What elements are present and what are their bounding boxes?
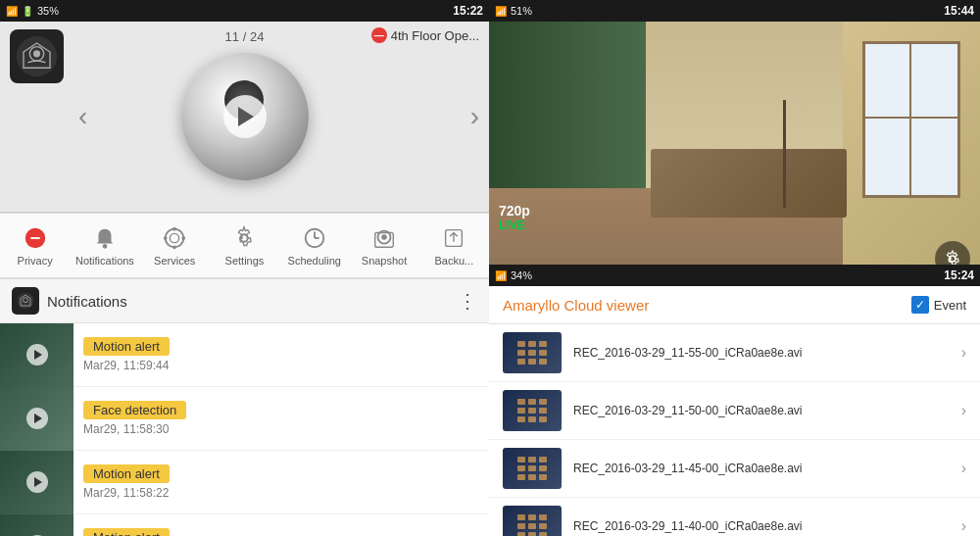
notification-item-1[interactable]: Face detection Mar29, 11:58:30 [0,387,489,451]
tab-scheduling-label: Scheduling [288,255,341,267]
cloud-viewer-panel: Amaryllo Cloud viewer ✓ Event REC_2016-0… [489,286,980,536]
recordings-list: REC_2016-03-29_11-55-00_iCRa0ae8e.avi › … [489,324,980,536]
tab-privacy-label: Privacy [18,255,53,267]
notifications-header: Notifications ⋮ [0,279,489,323]
tab-notifications[interactable]: Notifications [70,214,139,277]
scheduling-icon [301,224,328,252]
recording-name-1: REC_2016-03-29_11-50-00_iCRa0ae8e.avi [573,404,961,417]
notif-thumb-0 [0,323,74,387]
camera-title: — 4th Floor Ope... [371,27,479,43]
tab-snapshot[interactable]: Snapshot [349,214,418,277]
tab-snapshot-label: Snapshot [362,255,407,267]
event-filter-checkbox[interactable]: ✓ Event [911,296,966,314]
room-sofa [651,149,847,218]
live-status-text: LIVE [499,219,530,232]
live-signal-icon: 📶 [495,270,507,281]
svg-point-8 [172,227,176,231]
left-signal-icon: 📶 [6,6,18,17]
recording-name-3: REC_2016-03-29_11-40-00_iCRa0ae8e.avi [573,519,961,533]
svg-point-10 [164,236,168,240]
svg-point-2 [33,50,40,57]
camera-play-button[interactable] [223,95,267,138]
room-window [862,41,960,198]
camera-preview-section: 11 / 24 — 4th Floor Ope... ‹ › [0,22,489,213]
left-battery-icon: 🔋 [22,6,33,17]
backup-icon [440,224,467,252]
checkbox-icon: ✓ [911,296,929,314]
recording-name-2: REC_2016-03-29_11-45-00_iCRa0ae8e.avi [573,462,961,475]
notif-time-0: Mar29, 11:59:44 [83,359,479,372]
notif-content-1: Face detection Mar29, 11:58:30 [74,395,489,442]
next-camera-button[interactable]: › [470,101,479,132]
left-status-bar: 📶 🔋 35% 15:22 [0,0,489,22]
live-camera-view: 720p LIVE 📶 34% 15:24 [489,22,980,286]
notif-content-2: Motion alert Mar29, 11:58:22 [74,459,489,506]
camera-device-image [181,53,309,180]
notif-thumb-1 [0,387,74,451]
notif-time-1: Mar29, 11:58:30 [83,422,479,436]
thumb-play-icon-1 [26,408,48,429]
tab-services-label: Services [154,255,195,267]
tab-bar: Privacy Notifications [0,213,489,279]
svg-point-17 [381,234,387,240]
notif-tag-3: Motion alert [83,528,170,536]
recording-item-3[interactable]: REC_2016-03-29_11-40-00_iCRa0ae8e.avi › [489,498,980,536]
notifications-more-button[interactable]: ⋮ [458,289,477,313]
svg-point-6 [166,229,184,248]
tab-privacy[interactable]: Privacy [0,214,70,277]
notif-tag-0: Motion alert [83,337,170,356]
notif-content-3: Motion alert Mar29, 11:57:00 [74,522,489,536]
recording-item-2[interactable]: REC_2016-03-29_11-45-00_iCRa0ae8e.avi › [489,440,980,498]
resolution-text: 720p [499,203,530,219]
recording-thumb-1 [503,390,562,431]
cloud-viewer-title: Amaryllo Cloud viewer [503,297,911,314]
event-label: Event [934,298,966,313]
settings-tab-icon [230,224,258,252]
notification-item-2[interactable]: Motion alert Mar29, 11:58:22 [0,451,489,514]
camera-status-icon: — [371,27,387,43]
right-top-signal-icon: 📶 [495,6,507,17]
tab-settings-label: Settings [225,255,265,267]
svg-point-5 [103,244,108,249]
notif-content-0: Motion alert Mar29, 11:59:44 [74,331,489,378]
snapshot-icon [370,224,398,252]
notification-item-3[interactable]: Motion alert Mar29, 11:57:00 [0,514,489,536]
left-status-time: 15:22 [453,4,483,18]
live-battery: 34% [511,269,532,281]
notifications-logo [12,287,39,315]
recording-thumb-2 [503,448,562,489]
services-icon [161,224,188,252]
thumb-play-icon-2 [26,471,48,493]
play-triangle-icon [238,107,254,126]
right-top-time: 15:44 [944,4,974,18]
notif-time-2: Mar29, 11:58:22 [83,486,479,500]
tab-scheduling[interactable]: Scheduling [279,214,349,277]
tab-notifications-label: Notifications [75,255,134,267]
recording-thumb-3 [503,506,562,536]
notifications-tab-icon [91,224,119,252]
notif-thumb-3 [0,514,74,537]
thumb-play-icon-0 [26,344,48,365]
recording-name-0: REC_2016-03-29_11-55-00_iCRa0ae8e.avi [573,346,961,360]
right-status-bar-top: 📶 51% 15:44 [489,0,980,22]
notifications-title: Notifications [47,293,458,310]
notif-tag-2: Motion alert [83,464,170,483]
tab-services[interactable]: Services [140,214,210,277]
tab-backup[interactable]: Backu... [419,214,489,277]
recording-arrow-3: › [961,517,966,535]
live-status-bar: 📶 34% 15:24 [489,265,980,286]
cloud-viewer-header: Amaryllo Cloud viewer ✓ Event [489,286,980,324]
recording-arrow-2: › [961,460,966,477]
live-time: 15:24 [944,268,974,282]
notification-item-0[interactable]: Motion alert Mar29, 11:59:44 [0,323,489,387]
tab-settings[interactable]: Settings [210,214,279,277]
tab-backup-label: Backu... [434,255,473,267]
live-resolution-badge: 720p LIVE [499,203,530,232]
recording-item-1[interactable]: REC_2016-03-29_11-50-00_iCRa0ae8e.avi › [489,382,980,440]
prev-camera-button[interactable]: ‹ [78,101,87,132]
right-top-battery-pct: 51% [511,5,532,17]
recording-arrow-0: › [961,344,966,362]
room-lamp-pole [783,100,786,208]
recording-item-0[interactable]: REC_2016-03-29_11-55-00_iCRa0ae8e.avi › [489,324,980,382]
recording-arrow-1: › [961,402,966,419]
